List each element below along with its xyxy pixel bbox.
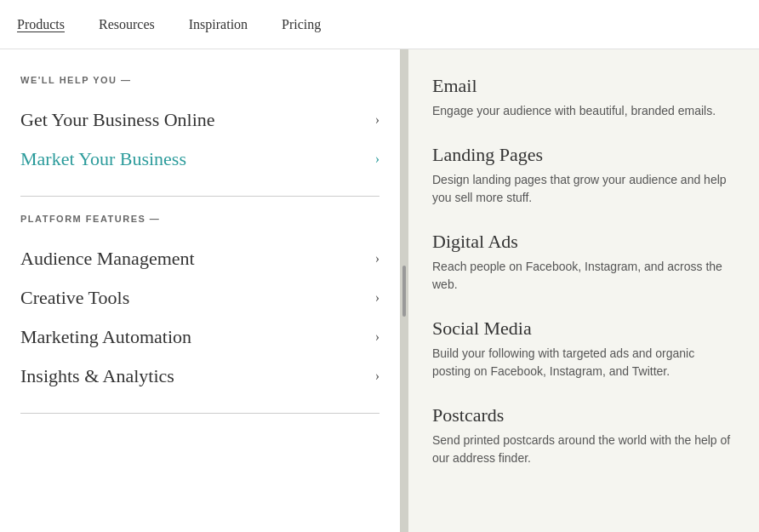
navbar: ProductsResourcesInspirationPricing [0,0,759,49]
chevron-right-icon: › [375,251,380,266]
chevron-right-icon: › [375,369,380,384]
feature-title[interactable]: Landing Pages [432,144,735,166]
feature-title[interactable]: Digital Ads [432,231,735,253]
feature-item: Digital AdsReach people on Facebook, Ins… [432,231,735,294]
feature-desc: Engage your audience with beautiful, bra… [432,102,735,120]
divider-1 [20,196,380,197]
feature-item: Landing PagesDesign landing pages that g… [432,144,735,207]
feature-title[interactable]: Postcards [432,404,735,426]
section2-label: PLATFORM FEATURES — [20,214,380,224]
chevron-right-icon: › [375,152,380,167]
right-panel: EmailEngage your audience with beautiful… [408,49,759,532]
menu-item[interactable]: Marketing Automation› [20,317,380,357]
chevron-right-icon: › [375,329,380,345]
feature-item: EmailEngage your audience with beautiful… [432,75,735,120]
menu-item-label: Audience Management [20,248,195,270]
feature-item: Social MediaBuild your following with ta… [432,317,735,380]
section1-label: WE'LL HELP YOU — [20,75,380,85]
feature-desc: Reach people on Facebook, Instagram, and… [432,258,735,294]
feature-desc: Build your following with targeted ads a… [432,345,735,380]
menu-item-label: Marketing Automation [20,326,191,348]
left-panel: WE'LL HELP YOU — Get Your Business Onlin… [0,49,400,532]
menu-item[interactable]: Insights & Analytics› [20,357,380,396]
menu-item-label: Market Your Business [20,148,186,170]
menu-item[interactable]: Audience Management› [20,239,380,278]
feature-item: PostcardsSend printed postcards around t… [432,404,735,467]
feature-title[interactable]: Social Media [432,317,735,340]
panel-divider [400,49,408,532]
menu-item[interactable]: Creative Tools› [20,278,380,317]
chevron-right-icon: › [375,290,380,306]
feature-desc: Design landing pages that grow your audi… [432,171,735,207]
section1: WE'LL HELP YOU — Get Your Business Onlin… [20,75,380,179]
menu-item[interactable]: Market Your Business› [20,140,380,179]
menu-item[interactable]: Get Your Business Online› [20,100,380,140]
nav-item-resources[interactable]: Resources [99,17,155,32]
feature-title[interactable]: Email [432,75,735,97]
menu-item-label: Creative Tools [20,287,129,309]
menu-item-label: Get Your Business Online [20,109,215,131]
menu-item-label: Insights & Analytics [20,365,174,387]
feature-desc: Send printed postcards around the world … [432,432,735,467]
nav-item-inspiration[interactable]: Inspiration [189,17,248,32]
chevron-right-icon: › [375,112,380,128]
nav-item-products[interactable]: Products [17,17,65,32]
nav-item-pricing[interactable]: Pricing [282,17,321,32]
main-layout: WE'LL HELP YOU — Get Your Business Onlin… [0,49,759,532]
divider-2 [20,413,380,414]
section2: PLATFORM FEATURES — Audience Management›… [20,214,380,396]
